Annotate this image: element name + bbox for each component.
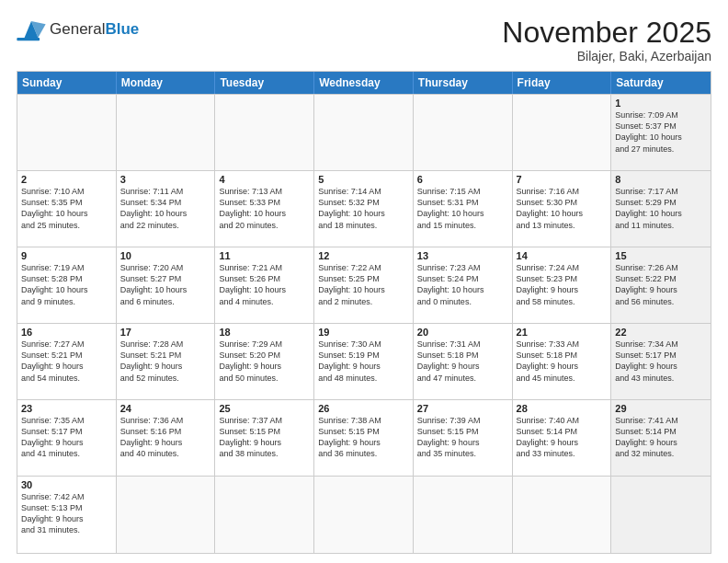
day-number: 5 xyxy=(318,174,409,185)
day-info: Sunrise: 7:13 AM Sunset: 5:33 PM Dayligh… xyxy=(219,186,310,231)
calendar-cell: 10Sunrise: 7:20 AM Sunset: 5:27 PM Dayli… xyxy=(117,247,216,323)
calendar-cell: 16Sunrise: 7:27 AM Sunset: 5:21 PM Dayli… xyxy=(17,324,117,399)
calendar-subtitle: Bilajer, Baki, Azerbaijan xyxy=(502,49,711,63)
calendar-cell: 14Sunrise: 7:24 AM Sunset: 5:23 PM Dayli… xyxy=(513,247,612,323)
day-info: Sunrise: 7:31 AM Sunset: 5:18 PM Dayligh… xyxy=(417,339,508,384)
day-number: 26 xyxy=(318,403,409,414)
day-number: 14 xyxy=(517,250,608,261)
calendar-cell: 19Sunrise: 7:30 AM Sunset: 5:19 PM Dayli… xyxy=(314,324,414,399)
calendar-cell: 26Sunrise: 7:38 AM Sunset: 5:15 PM Dayli… xyxy=(314,400,414,476)
day-info: Sunrise: 7:30 AM Sunset: 5:19 PM Dayligh… xyxy=(318,339,409,384)
day-info: Sunrise: 7:26 AM Sunset: 5:22 PM Dayligh… xyxy=(615,262,707,307)
day-info: Sunrise: 7:19 AM Sunset: 5:28 PM Dayligh… xyxy=(21,262,112,307)
calendar-cell: 23Sunrise: 7:35 AM Sunset: 5:17 PM Dayli… xyxy=(17,400,117,476)
day-info: Sunrise: 7:39 AM Sunset: 5:15 PM Dayligh… xyxy=(417,415,508,460)
day-number: 29 xyxy=(615,403,707,414)
weekday-header-tuesday: Tuesday xyxy=(215,72,314,94)
calendar-cell xyxy=(513,477,612,553)
day-number: 21 xyxy=(517,327,608,338)
day-info: Sunrise: 7:35 AM Sunset: 5:17 PM Dayligh… xyxy=(21,415,112,460)
calendar-cell: 1Sunrise: 7:09 AM Sunset: 5:37 PM Daylig… xyxy=(611,95,711,170)
day-info: Sunrise: 7:16 AM Sunset: 5:30 PM Dayligh… xyxy=(517,186,608,231)
day-info: Sunrise: 7:17 AM Sunset: 5:29 PM Dayligh… xyxy=(615,186,707,231)
calendar-week-3: 9Sunrise: 7:19 AM Sunset: 5:28 PM Daylig… xyxy=(17,247,711,324)
calendar-cell xyxy=(314,95,414,170)
day-number: 2 xyxy=(21,174,112,185)
calendar-body: 1Sunrise: 7:09 AM Sunset: 5:37 PM Daylig… xyxy=(17,94,711,553)
calendar-cell: 4Sunrise: 7:13 AM Sunset: 5:33 PM Daylig… xyxy=(215,171,314,247)
calendar-cell: 12Sunrise: 7:22 AM Sunset: 5:25 PM Dayli… xyxy=(314,247,414,323)
day-number: 18 xyxy=(219,327,310,338)
calendar-week-5: 23Sunrise: 7:35 AM Sunset: 5:17 PM Dayli… xyxy=(17,400,711,477)
day-number: 20 xyxy=(417,327,508,338)
weekday-header-sunday: Sunday xyxy=(17,72,117,94)
day-number: 27 xyxy=(417,403,508,414)
logo-general: General xyxy=(50,20,105,38)
day-info: Sunrise: 7:41 AM Sunset: 5:14 PM Dayligh… xyxy=(615,415,707,460)
weekday-header-wednesday: Wednesday xyxy=(314,72,414,94)
calendar-cell xyxy=(414,477,513,553)
weekday-header-monday: Monday xyxy=(117,72,216,94)
title-block: November 2025 Bilajer, Baki, Azerbaijan xyxy=(502,17,711,63)
day-info: Sunrise: 7:09 AM Sunset: 5:37 PM Dayligh… xyxy=(615,109,707,155)
day-number: 15 xyxy=(615,250,707,261)
day-info: Sunrise: 7:15 AM Sunset: 5:31 PM Dayligh… xyxy=(417,186,508,231)
calendar-cell xyxy=(215,95,314,170)
calendar-cell: 29Sunrise: 7:41 AM Sunset: 5:14 PM Dayli… xyxy=(611,400,711,476)
day-number: 11 xyxy=(219,250,310,261)
day-number: 16 xyxy=(21,327,112,338)
day-info: Sunrise: 7:37 AM Sunset: 5:15 PM Dayligh… xyxy=(219,415,310,460)
day-number: 30 xyxy=(21,479,112,490)
calendar-cell xyxy=(314,477,414,553)
calendar-cell: 11Sunrise: 7:21 AM Sunset: 5:26 PM Dayli… xyxy=(215,247,314,323)
day-info: Sunrise: 7:24 AM Sunset: 5:23 PM Dayligh… xyxy=(517,262,608,307)
calendar-cell xyxy=(513,95,612,170)
calendar-cell: 13Sunrise: 7:23 AM Sunset: 5:24 PM Dayli… xyxy=(414,247,513,323)
day-info: Sunrise: 7:20 AM Sunset: 5:27 PM Dayligh… xyxy=(120,262,211,307)
logo-blue: Blue xyxy=(105,20,139,38)
calendar-week-1: 1Sunrise: 7:09 AM Sunset: 5:37 PM Daylig… xyxy=(17,95,711,171)
weekday-header-saturday: Saturday xyxy=(611,72,711,94)
day-info: Sunrise: 7:22 AM Sunset: 5:25 PM Dayligh… xyxy=(318,262,409,307)
calendar-cell xyxy=(414,95,513,170)
calendar-cell: 27Sunrise: 7:39 AM Sunset: 5:15 PM Dayli… xyxy=(414,400,513,476)
calendar-cell xyxy=(215,477,314,553)
day-info: Sunrise: 7:40 AM Sunset: 5:14 PM Dayligh… xyxy=(517,415,608,460)
calendar-cell xyxy=(117,95,216,170)
logo-icon xyxy=(17,17,46,42)
header: GeneralBlue November 2025 Bilajer, Baki,… xyxy=(17,17,711,63)
weekday-header-friday: Friday xyxy=(513,72,612,94)
calendar-cell xyxy=(17,95,117,170)
calendar-cell: 28Sunrise: 7:40 AM Sunset: 5:14 PM Dayli… xyxy=(513,400,612,476)
calendar-cell: 9Sunrise: 7:19 AM Sunset: 5:28 PM Daylig… xyxy=(17,247,117,323)
calendar-cell: 22Sunrise: 7:34 AM Sunset: 5:17 PM Dayli… xyxy=(611,324,711,399)
day-info: Sunrise: 7:27 AM Sunset: 5:21 PM Dayligh… xyxy=(21,339,112,384)
day-info: Sunrise: 7:34 AM Sunset: 5:17 PM Dayligh… xyxy=(615,339,707,384)
day-number: 17 xyxy=(120,327,211,338)
day-number: 6 xyxy=(417,174,508,185)
day-number: 22 xyxy=(615,327,707,338)
calendar-cell xyxy=(611,477,711,553)
calendar-title: November 2025 xyxy=(502,17,711,49)
day-number: 8 xyxy=(615,174,707,185)
day-number: 25 xyxy=(219,403,310,414)
day-number: 12 xyxy=(318,250,409,261)
calendar-week-2: 2Sunrise: 7:10 AM Sunset: 5:35 PM Daylig… xyxy=(17,171,711,247)
weekday-header-thursday: Thursday xyxy=(414,72,513,94)
calendar-cell: 8Sunrise: 7:17 AM Sunset: 5:29 PM Daylig… xyxy=(611,171,711,247)
day-info: Sunrise: 7:29 AM Sunset: 5:20 PM Dayligh… xyxy=(219,339,310,384)
calendar-cell: 2Sunrise: 7:10 AM Sunset: 5:35 PM Daylig… xyxy=(17,171,117,247)
calendar-cell: 20Sunrise: 7:31 AM Sunset: 5:18 PM Dayli… xyxy=(414,324,513,399)
calendar-cell: 18Sunrise: 7:29 AM Sunset: 5:20 PM Dayli… xyxy=(215,324,314,399)
day-info: Sunrise: 7:28 AM Sunset: 5:21 PM Dayligh… xyxy=(120,339,211,384)
calendar-cell: 5Sunrise: 7:14 AM Sunset: 5:32 PM Daylig… xyxy=(314,171,414,247)
day-number: 24 xyxy=(120,403,211,414)
day-info: Sunrise: 7:11 AM Sunset: 5:34 PM Dayligh… xyxy=(120,186,211,231)
day-number: 1 xyxy=(615,98,707,109)
calendar: SundayMondayTuesdayWednesdayThursdayFrid… xyxy=(17,71,711,554)
day-number: 13 xyxy=(417,250,508,261)
calendar-cell: 30Sunrise: 7:42 AM Sunset: 5:13 PM Dayli… xyxy=(17,477,117,553)
calendar-cell: 6Sunrise: 7:15 AM Sunset: 5:31 PM Daylig… xyxy=(414,171,513,247)
calendar-cell: 17Sunrise: 7:28 AM Sunset: 5:21 PM Dayli… xyxy=(117,324,216,399)
calendar-cell: 15Sunrise: 7:26 AM Sunset: 5:22 PM Dayli… xyxy=(611,247,711,323)
